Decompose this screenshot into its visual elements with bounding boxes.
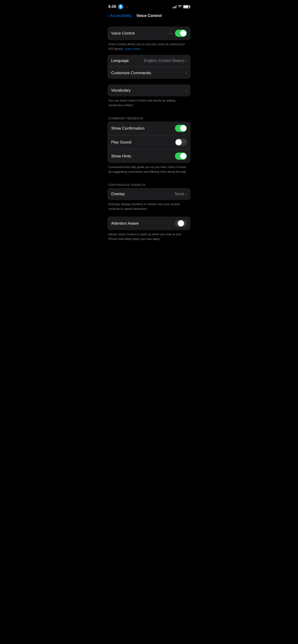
command-feedback-card: Show Confirmation Play Sound Show Hints <box>107 122 191 163</box>
status-right <box>172 5 190 8</box>
show-hints-toggle[interactable] <box>175 152 187 160</box>
show-hints-row: Show Hints <box>107 149 191 163</box>
status-time: 6:00 <box>108 4 116 9</box>
red-arrow-annotation-right: → <box>168 30 173 36</box>
attention-aware-toggle-thumb <box>178 220 184 226</box>
back-chevron-icon: ‹ <box>107 13 109 18</box>
language-chevron-icon: › <box>186 59 187 62</box>
attention-aware-label: Attention Aware <box>111 221 139 226</box>
customize-commands-right: › <box>186 71 187 75</box>
status-left: 6:00 ← <box>108 4 130 10</box>
command-feedback-description: Command hints help guide you as you lear… <box>107 163 191 178</box>
play-sound-toggle-thumb <box>175 139 182 145</box>
attention-aware-card: Attention Aware <box>107 216 191 230</box>
vocabulary-section: Vocabulary › You can teach Voice Control… <box>107 84 191 111</box>
vocabulary-label: Vocabulary <box>111 88 131 93</box>
page-title: Voice Control <box>136 14 162 18</box>
play-sound-row: Play Sound <box>107 135 191 149</box>
overlay-value: None <box>175 192 184 196</box>
language-commands-card: Language English (United States) › Custo… <box>107 55 191 79</box>
language-label: Language <box>111 58 129 63</box>
vocabulary-description: You can teach Voice Control new words by… <box>107 96 191 111</box>
voice-control-row: Voice Control → <box>107 26 191 40</box>
vocabulary-chevron-icon: › <box>186 88 187 92</box>
language-right: English (United States) › <box>144 58 187 63</box>
back-label: Accessibility <box>110 14 132 18</box>
overlay-row[interactable]: Overlay None › <box>107 188 191 200</box>
overlay-right: None › <box>175 192 187 196</box>
vocabulary-right: › <box>186 88 187 92</box>
voice-control-card: Voice Control → <box>107 26 191 40</box>
continuous-overlay-section: CONTINUOUS OVERLAY Overlay None › Overla… <box>107 183 191 215</box>
overlay-card: Overlay None › <box>107 188 191 200</box>
overlay-label: Overlay <box>111 192 125 196</box>
voice-control-description: Voice Control allows you to use your voi… <box>107 40 191 55</box>
settings-content: Voice Control → Voice Control allows you… <box>104 22 194 245</box>
customize-commands-chevron-icon: › <box>186 71 187 75</box>
play-sound-toggle[interactable] <box>175 139 187 146</box>
voice-control-toggle[interactable] <box>175 30 187 37</box>
command-feedback-label: COMMAND FEEDBACK <box>107 116 191 122</box>
nav-bar: ‹ Accessibility Voice Control <box>104 12 194 22</box>
signal-icon <box>172 5 177 8</box>
back-button[interactable]: ‹ Accessibility <box>107 13 131 18</box>
red-arrow-annotation-left: ← <box>125 4 130 10</box>
voice-control-label: Voice Control <box>111 31 135 36</box>
learn-more-link[interactable]: Learn more… <box>125 47 143 50</box>
command-feedback-section: COMMAND FEEDBACK Show Confirmation Play … <box>107 116 191 178</box>
voice-control-toggle-thumb <box>180 30 186 36</box>
mic-icon <box>118 4 123 9</box>
customize-commands-row[interactable]: Customize Commands › <box>107 67 191 79</box>
attention-aware-description: Allows Voice Control to wake up when you… <box>107 230 191 245</box>
status-bar: 6:00 ← <box>104 0 194 12</box>
overlay-chevron-icon: › <box>186 192 187 196</box>
show-confirmation-row: Show Confirmation <box>107 122 191 135</box>
show-confirmation-label: Show Confirmation <box>111 126 145 131</box>
battery-icon <box>183 5 190 8</box>
attention-aware-toggle[interactable] <box>175 220 187 227</box>
vocabulary-row[interactable]: Vocabulary › <box>107 84 191 96</box>
wifi-icon <box>178 5 182 8</box>
continuous-overlay-label: CONTINUOUS OVERLAY <box>107 183 191 188</box>
attention-aware-section: Attention Aware Allows Voice Control to … <box>107 216 191 245</box>
overlay-description: Overlays display numbers or names over y… <box>107 200 191 215</box>
vocabulary-card: Vocabulary › <box>107 84 191 96</box>
customize-commands-label: Customize Commands <box>111 71 151 75</box>
show-hints-toggle-thumb <box>180 153 186 159</box>
voice-control-toggle-area: → <box>168 30 187 37</box>
show-confirmation-toggle[interactable] <box>175 125 187 132</box>
language-row[interactable]: Language English (United States) › <box>107 55 191 67</box>
show-confirmation-toggle-thumb <box>180 125 186 132</box>
play-sound-label: Play Sound <box>111 140 131 145</box>
svg-rect-0 <box>120 5 121 7</box>
language-value: English (United States) <box>144 58 184 63</box>
attention-aware-row: Attention Aware <box>107 216 191 230</box>
show-hints-label: Show Hints <box>111 154 131 158</box>
